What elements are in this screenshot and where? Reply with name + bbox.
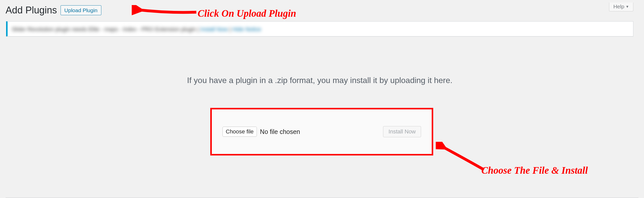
page-title: Add Plugins	[6, 5, 57, 16]
page-header: Add Plugins Upload Plugin	[1, 3, 639, 17]
annotation-arrow-1	[132, 5, 198, 15]
help-tab[interactable]: Help ▼	[609, 3, 633, 11]
annotation-text-upload: Click On Upload Plugin	[198, 8, 296, 19]
admin-page-wrap: Help ▼ Add Plugins Upload Plugin Slider …	[1, 3, 639, 85]
upload-plugin-button[interactable]: Upload Plugin	[61, 5, 101, 15]
upload-instruction-text: If you have a plugin in a .zip format, y…	[1, 76, 639, 85]
admin-notice: Slider Revolution plugin needs Elite - m…	[6, 21, 633, 36]
annotation-text-install: Choose The File & Install	[481, 165, 588, 176]
annotation-arrow-2	[436, 142, 486, 172]
annotation-highlight-box	[210, 108, 433, 155]
chevron-down-icon: ▼	[626, 5, 629, 9]
help-tab-label: Help	[613, 4, 624, 10]
notice-content-blurred: Slider Revolution plugin needs Elite - m…	[12, 27, 261, 32]
